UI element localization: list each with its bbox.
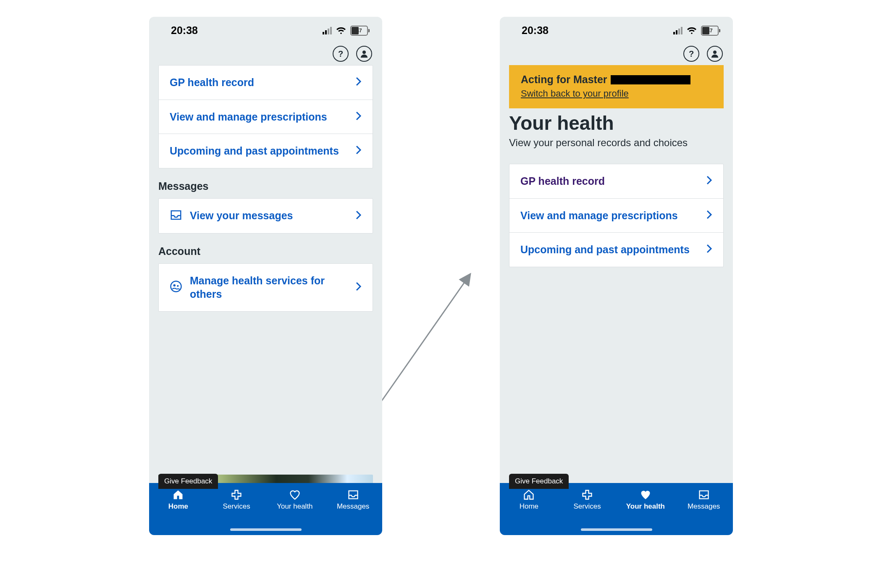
svg-rect-1 [323,32,324,34]
health-links-card: GP health record View and manage prescri… [509,164,724,267]
wifi-icon [687,27,697,34]
svg-rect-4 [330,27,332,34]
chevron-right-icon [706,244,712,255]
profile-icon[interactable] [356,46,372,62]
proxy-banner: Acting for Master Switch back to your pr… [509,65,724,108]
battery-icon: 47 [699,26,720,36]
phone-left: 20:38 47 ? GP [149,17,382,535]
svg-point-6 [171,281,181,292]
chevron-right-icon [356,282,362,293]
redacted-name [611,75,690,84]
chevron-right-icon [356,210,362,221]
battery-icon: 47 [349,26,370,36]
inbox-icon [698,489,710,501]
link-prescriptions[interactable]: View and manage prescriptions [159,100,373,134]
link-gp-health-record[interactable]: GP health record [159,66,373,100]
status-time: 20:38 [171,24,198,37]
banner-prefix: Acting for Master [521,74,607,86]
svg-rect-10 [676,30,677,34]
bottom-nav: Home Services Your health Messages [149,483,382,535]
signal-icon [323,27,333,34]
feedback-button[interactable]: Give Feedback [509,474,569,489]
inbox-icon [170,209,182,223]
svg-rect-11 [678,29,680,34]
nav-messages[interactable]: Messages [675,489,733,511]
help-icon[interactable]: ? [333,46,349,62]
chevron-right-icon [356,77,362,88]
home-icon [172,489,184,501]
nav-services[interactable]: Services [207,489,266,511]
messages-card: View your messages [158,198,373,234]
plus-icon [231,489,242,501]
link-manage-others[interactable]: Manage health services for others [159,264,373,311]
nav-home[interactable]: Home [500,489,558,511]
svg-point-13 [713,50,717,54]
home-indicator [581,528,652,531]
wifi-icon [336,27,346,34]
svg-point-8 [177,285,178,287]
home-indicator [230,528,302,531]
chevron-right-icon [706,176,712,186]
nav-your-health[interactable]: Your health [266,489,324,511]
nav-messages[interactable]: Messages [324,489,382,511]
profile-icon[interactable] [707,46,723,62]
svg-rect-3 [328,29,329,34]
svg-rect-9 [673,32,675,34]
home-outline-icon [522,489,535,501]
feedback-button[interactable]: Give Feedback [158,474,218,489]
link-appointments[interactable]: Upcoming and past appointments [159,134,373,168]
switch-profile-link[interactable]: Switch back to your profile [521,88,629,99]
header-icons: ? [149,41,382,65]
chevron-right-icon [356,111,362,122]
status-bar: 20:38 47 [500,17,733,41]
svg-point-5 [362,50,366,54]
canvas: 20:38 47 ? GP [0,0,882,588]
link-gp-health-record[interactable]: GP health record [509,164,723,198]
health-links-card: GP health record View and manage prescri… [158,65,373,168]
help-icon[interactable]: ? [683,46,699,62]
link-messages[interactable]: View your messages [159,199,373,233]
inbox-icon [347,489,359,501]
nav-your-health[interactable]: Your health [617,489,675,511]
heart-filled-icon [639,489,652,501]
page-title: Your health [509,112,724,134]
page-subtitle: View your personal records and choices [509,137,724,149]
chevron-right-icon [706,210,712,221]
section-account-title: Account [158,245,373,257]
svg-rect-2 [325,30,327,34]
status-bar: 20:38 47 [149,17,382,41]
phone-right: 20:38 47 ? Act [500,17,733,535]
plus-icon [581,489,593,501]
people-icon [170,280,182,294]
nav-home[interactable]: Home [149,489,207,511]
section-messages-title: Messages [158,180,373,192]
account-card: Manage health services for others [158,263,373,312]
heart-outline-icon [289,489,301,501]
nav-services[interactable]: Services [558,489,617,511]
header-icons: ? [500,41,733,65]
link-appointments[interactable]: Upcoming and past appointments [509,232,723,267]
signal-icon [673,27,684,34]
chevron-right-icon [356,145,362,156]
status-icons: 47 [323,26,370,36]
bottom-nav: Home Services Your health Messages [500,483,733,535]
status-time: 20:38 [522,24,549,37]
svg-point-7 [173,284,176,287]
svg-rect-12 [681,27,682,34]
link-prescriptions[interactable]: View and manage prescriptions [509,198,723,233]
status-icons: 47 [673,26,720,36]
